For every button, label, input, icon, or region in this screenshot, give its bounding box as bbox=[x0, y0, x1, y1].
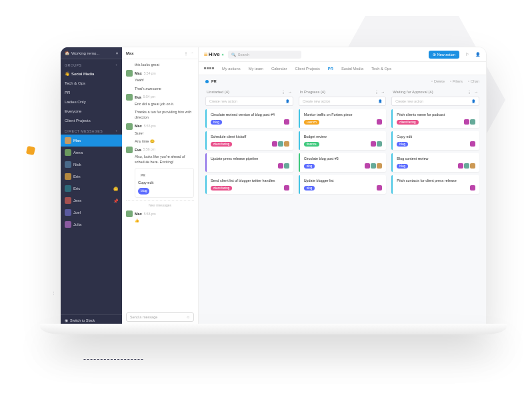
avatar bbox=[126, 123, 133, 130]
emoji-icon[interactable]: ☺ bbox=[186, 315, 190, 319]
avatar bbox=[65, 221, 71, 228]
brand-logo[interactable]: ≡ Hive ✦ bbox=[204, 51, 224, 58]
sidebar-dm-item[interactable]: Nick bbox=[61, 159, 122, 171]
group-label: Client Projects bbox=[65, 119, 91, 123]
kanban-card[interactable]: Circulate revised version of blog post #… bbox=[205, 109, 293, 128]
dm-label: Nick bbox=[73, 163, 81, 167]
assign-icon[interactable]: 👤 bbox=[285, 99, 289, 103]
user-avatar[interactable]: 👤 bbox=[474, 51, 481, 58]
toolbar-action[interactable]: ▫Delete bbox=[431, 79, 445, 83]
add-group-icon[interactable]: ＋ bbox=[115, 63, 119, 67]
column-title: Waiting for Approval (4) bbox=[393, 90, 433, 94]
kanban-card[interactable]: Pitch contacts for client press release bbox=[391, 175, 479, 194]
toolbar-action[interactable]: ▫Chan bbox=[468, 79, 479, 83]
nav-tab[interactable]: My team bbox=[249, 67, 263, 71]
sidebar-dm-item[interactable]: Eric😊 bbox=[61, 183, 122, 195]
avatar bbox=[126, 94, 133, 101]
msg-user: Eva bbox=[135, 95, 141, 100]
avatar bbox=[65, 185, 71, 192]
sidebar-dm-item[interactable]: Julia bbox=[61, 218, 122, 230]
nav-tab[interactable]: Client Projects bbox=[295, 67, 319, 71]
dm-label: Julia bbox=[73, 222, 81, 226]
msg-text: Yeah! bbox=[135, 77, 194, 83]
msg-text: Any time 😊 bbox=[135, 139, 194, 144]
chat-menu-icon[interactable]: ⋮ bbox=[184, 51, 188, 55]
workspace-switcher[interactable]: 🏠 Working remo... ▾ bbox=[61, 47, 122, 59]
sidebar-dm-item[interactable]: Anna bbox=[61, 147, 122, 159]
column-collapse-icon[interactable]: → bbox=[381, 90, 385, 94]
nav-tab[interactable]: Tech & Ops bbox=[371, 67, 391, 71]
chat-messages: this looks greatMax5:54 pmYeah!That's aw… bbox=[122, 59, 198, 310]
add-dm-icon[interactable]: ＋ bbox=[115, 129, 119, 133]
column-menu-icon[interactable]: ⋮ bbox=[375, 90, 379, 94]
sidebar-group-item[interactable]: Everyone bbox=[61, 107, 122, 116]
sidebar-dm-item[interactable]: Joel bbox=[61, 206, 122, 218]
kanban-card[interactable]: Blog content reviewblog bbox=[391, 153, 479, 172]
create-action-input[interactable]: Create new action👤 bbox=[299, 97, 387, 106]
group-label: Social Media bbox=[71, 72, 94, 76]
assign-icon[interactable]: 👤 bbox=[378, 99, 382, 103]
avatar bbox=[284, 163, 289, 169]
msg-user: Max bbox=[135, 211, 142, 216]
logo-icon: ≡ bbox=[204, 51, 207, 58]
search-input[interactable]: 🔍 Search bbox=[228, 51, 301, 59]
create-action-input[interactable]: Create new action👤 bbox=[391, 97, 479, 106]
chat-message: Eva5:56 pmAlso, looks like you're ahead … bbox=[126, 147, 194, 165]
sidebar-group-item[interactable]: Client Projects bbox=[61, 116, 122, 125]
avatar bbox=[65, 197, 71, 204]
chat-message: Max5:58 pm👍 bbox=[126, 210, 194, 223]
nav-tab[interactable]: PR bbox=[328, 67, 333, 71]
kanban-card[interactable]: Pitch clients name for podcastclient fac… bbox=[391, 109, 479, 128]
column-header: In Progress (4)⋮→ bbox=[299, 87, 387, 97]
notifications-icon[interactable]: ⚐ bbox=[463, 51, 470, 58]
chat-attachment-card[interactable]: PRCopy editblog bbox=[135, 168, 194, 198]
sidebar-group-item[interactable]: 👋Social Media bbox=[61, 69, 122, 79]
chat-message: Max5:55 pmSure! bbox=[126, 123, 194, 136]
sidebar-group-item[interactable]: Ladies Only bbox=[61, 97, 122, 107]
msg-text: That's awesome bbox=[135, 86, 194, 91]
sidebar-group-item[interactable]: Tech & Ops bbox=[61, 79, 122, 88]
card-tag: blog bbox=[211, 120, 222, 125]
kanban-card[interactable]: Update blogger listblog bbox=[299, 175, 387, 194]
column-collapse-icon[interactable]: → bbox=[288, 90, 292, 94]
nav-tabs: My actionsMy teamCalendarClient Projects… bbox=[199, 62, 486, 75]
sidebar-dm-item[interactable]: Jess📌 bbox=[61, 195, 122, 206]
chat-collapse-icon[interactable]: → bbox=[190, 51, 194, 55]
attachment-title: Copy edit bbox=[138, 180, 191, 185]
column-menu-icon[interactable]: ⋮ bbox=[281, 90, 285, 94]
new-action-button[interactable]: ⊕ New action bbox=[429, 51, 459, 59]
kanban-card[interactable]: Update press release pipeline bbox=[205, 153, 293, 172]
card-title: Pitch contacts for client press release bbox=[397, 179, 475, 183]
attachment-project: PR bbox=[138, 173, 148, 179]
toolbar-action[interactable]: ▫Filters bbox=[450, 79, 463, 83]
msg-time: 5:56 pm bbox=[143, 147, 155, 153]
chat-input[interactable]: Send a message ☺ bbox=[126, 312, 194, 322]
column-collapse-icon[interactable]: → bbox=[474, 90, 478, 94]
dm-label: Jess bbox=[73, 199, 81, 202]
dm-label: DIRECT MESSAGES bbox=[65, 129, 103, 133]
group-label: Ladies Only bbox=[65, 100, 86, 104]
nav-tab[interactable]: My actions bbox=[222, 67, 241, 71]
msg-user: Max bbox=[135, 71, 142, 76]
nav-tab[interactable]: Calendar bbox=[271, 67, 287, 71]
avatar bbox=[65, 137, 71, 144]
sidebar-group-item[interactable]: PR bbox=[61, 88, 122, 97]
column-menu-icon[interactable]: ⋮ bbox=[467, 90, 471, 94]
sidebar-dm-item[interactable]: Max bbox=[61, 135, 122, 147]
kanban-card[interactable]: Budget reviewfinance bbox=[299, 131, 387, 150]
kanban-card[interactable]: Schedule client kickoffclient facing bbox=[205, 131, 293, 150]
sidebar-dm-item[interactable]: Erin bbox=[61, 171, 122, 183]
nav-tab[interactable]: Social Media bbox=[341, 67, 363, 71]
kanban-card[interactable]: Circulate blog post #5blog bbox=[299, 153, 387, 172]
dm-label: Eric bbox=[73, 187, 80, 191]
assign-icon[interactable]: 👤 bbox=[471, 99, 475, 103]
kanban-card[interactable]: Copy editblog bbox=[391, 131, 479, 150]
card-title: Schedule client kickoff bbox=[211, 135, 289, 139]
grid-view-icon[interactable] bbox=[204, 67, 214, 69]
create-action-input[interactable]: Create new action👤 bbox=[205, 97, 293, 106]
search-icon: 🔍 bbox=[231, 53, 236, 57]
kanban-card[interactable]: Send client list of blogger twitter hand… bbox=[205, 175, 293, 194]
kanban-card[interactable]: Monitor traffic on Forbes pieceLaunch bbox=[299, 109, 387, 128]
dm-label: Max bbox=[73, 139, 81, 143]
card-assignees bbox=[377, 185, 382, 191]
